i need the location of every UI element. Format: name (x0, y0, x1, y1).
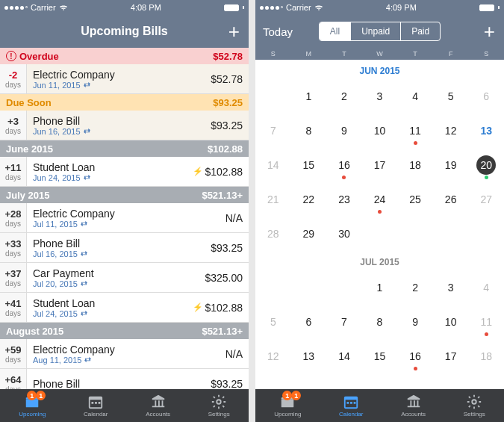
calendar-day[interactable]: 2 (326, 79, 362, 114)
svg-point-6 (217, 400, 221, 404)
calendar-day[interactable]: 3 (433, 270, 469, 305)
days-until: +41days (0, 293, 27, 322)
segment-all[interactable]: All (320, 22, 351, 40)
calendar-day[interactable]: 16 (326, 148, 362, 182)
calendar-day[interactable]: 8 (362, 305, 398, 339)
calendar-day[interactable]: 17 (362, 148, 398, 182)
calendar-day (433, 217, 469, 251)
calendar-day[interactable]: 24 (362, 182, 398, 217)
calendar-day[interactable]: 5 (433, 79, 469, 114)
calendar-day[interactable]: 3 (362, 79, 398, 114)
calendar-day[interactable]: 18 (468, 339, 504, 373)
days-until: +64days (0, 369, 27, 389)
calendar-day[interactable]: 6 (291, 305, 327, 339)
bill-name: Phone Bill (33, 378, 211, 390)
tab-calendar[interactable]: Calendar (84, 394, 108, 418)
bill-row[interactable]: +3days Phone Bill Jun 16, 2015 $93.25 (0, 111, 249, 140)
add-button[interactable]: + (484, 22, 495, 41)
bill-row[interactable]: +28days Electric Company Jul 11, 2015 N/… (0, 203, 249, 233)
svg-rect-3 (92, 402, 94, 404)
calendar-day[interactable]: 9 (397, 305, 433, 339)
calendar-day[interactable]: 1 (291, 79, 327, 114)
calendar-day[interactable]: 29 (291, 217, 327, 251)
segment-unpaid[interactable]: Unpaid (351, 22, 401, 40)
bill-amount: $93.25 (211, 120, 243, 131)
bill-date: Aug 11, 2015 (33, 356, 225, 364)
svg-rect-4 (95, 402, 97, 404)
today-button[interactable]: Today (263, 25, 293, 38)
calendar-day[interactable]: 27 (468, 182, 504, 217)
tab-settings[interactable]: Settings (464, 394, 485, 418)
calendar-day[interactable]: 5 (255, 305, 291, 339)
bill-amount: N/A (225, 212, 243, 224)
calendar-day[interactable]: 22 (291, 182, 327, 217)
svg-rect-11 (350, 402, 352, 404)
calendar-day[interactable]: 21 (255, 182, 291, 217)
calendar-day[interactable]: 10 (433, 305, 469, 339)
calendar-day[interactable]: 23 (326, 182, 362, 217)
tab-accounts[interactable]: Accounts (401, 394, 426, 418)
calendar-day[interactable]: 13 (468, 114, 504, 148)
svg-rect-2 (90, 397, 102, 400)
tab-accounts[interactable]: Accounts (146, 394, 170, 418)
battery-icon (479, 4, 500, 11)
calendar-day[interactable]: 6 (468, 79, 504, 114)
calendar-day[interactable]: 10 (362, 114, 398, 148)
days-until: +33days (0, 233, 27, 262)
calendar-day[interactable]: 25 (397, 182, 433, 217)
svg-rect-10 (347, 402, 349, 404)
calendar-day[interactable]: 16 (397, 339, 433, 373)
calendar-day[interactable]: 11 (397, 114, 433, 148)
calendar-day[interactable]: 2 (397, 270, 433, 305)
calendar-day[interactable]: 4 (468, 270, 504, 305)
calendar-day[interactable]: 15 (362, 339, 398, 373)
tab-settings[interactable]: Settings (208, 394, 230, 418)
calendar-day[interactable]: 14 (326, 339, 362, 373)
bill-row[interactable]: +41days Student Loan Jul 24, 2015 ⚡$102.… (0, 293, 249, 323)
calendar-day[interactable]: 11 (468, 305, 504, 339)
bills-list[interactable]: !Overdue$52.78 -2days Electric Company J… (0, 48, 249, 389)
clock-label: 4:08 PM (131, 3, 161, 12)
page-title: Upcoming Bills (81, 25, 167, 38)
calendar-day[interactable]: 20 (468, 148, 504, 182)
tab-upcoming[interactable]: 11Upcoming (19, 394, 46, 418)
bill-row[interactable]: +37days Car Payment Jul 20, 2015 $325.00 (0, 263, 249, 293)
bill-row[interactable]: +11days Student Loan Jun 24, 2015 ⚡$102.… (0, 157, 249, 187)
calendar-day[interactable]: 30 (326, 217, 362, 251)
calendar-day[interactable]: 26 (433, 182, 469, 217)
bill-amount: $325.00 (205, 272, 243, 284)
calendar-view[interactable]: JUN 201512345678910111213141516171819202… (255, 60, 504, 389)
calendar-day[interactable]: 7 (255, 114, 291, 148)
bill-row[interactable]: +64days Phone Bill $93.25 (0, 369, 249, 389)
calendar-day (326, 270, 362, 305)
repeat-icon (84, 356, 92, 363)
segment-paid[interactable]: Paid (401, 22, 440, 40)
calendar-day[interactable]: 12 (433, 114, 469, 148)
bill-date: Jul 16, 2015 (33, 249, 211, 258)
calendar-day[interactable]: 4 (397, 79, 433, 114)
badge-icon: 1 (36, 391, 46, 400)
bill-amount: $93.25 (211, 378, 243, 390)
calendar-day[interactable]: 9 (326, 114, 362, 148)
calendar-day[interactable]: 18 (397, 148, 433, 182)
calendar-day[interactable]: 13 (291, 339, 327, 373)
calendar-day[interactable]: 7 (326, 305, 362, 339)
bill-row[interactable]: +33days Phone Bill Jul 16, 2015 $93.25 (0, 233, 249, 263)
event-dot-icon (485, 332, 488, 336)
calendar-day[interactable]: 19 (433, 148, 469, 182)
calendar-day[interactable]: 8 (291, 114, 327, 148)
event-dot-icon (485, 176, 488, 179)
calendar-day[interactable]: 12 (255, 339, 291, 373)
bill-row[interactable]: -2days Electric Company Jun 11, 2015 $52… (0, 64, 249, 94)
calendar-day[interactable]: 17 (433, 339, 469, 373)
calendar-day[interactable]: 1 (362, 270, 398, 305)
calendar-day[interactable]: 14 (255, 148, 291, 182)
add-button[interactable]: + (228, 22, 240, 41)
bill-row[interactable]: +59days Electric Company Aug 11, 2015 N/… (0, 339, 249, 369)
tab-upcoming[interactable]: 11Upcoming (274, 394, 301, 418)
calendar-day[interactable]: 15 (291, 148, 327, 182)
bill-name: Phone Bill (33, 238, 211, 249)
weekday-header: SMTWTFS (255, 48, 504, 60)
calendar-day[interactable]: 28 (255, 217, 291, 251)
tab-calendar[interactable]: Calendar (339, 394, 363, 418)
